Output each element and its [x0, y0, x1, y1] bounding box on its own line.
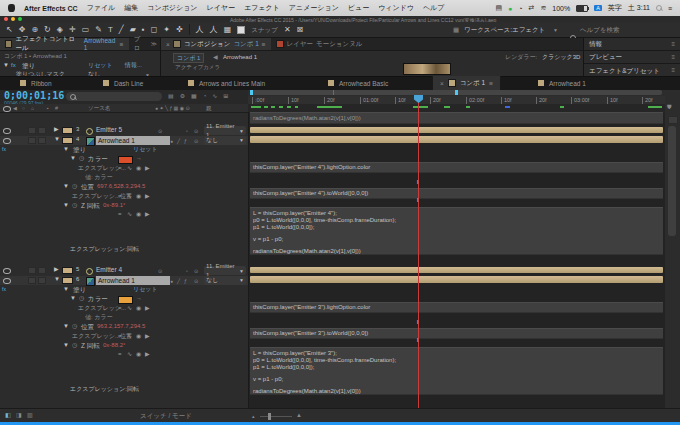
spotlight-icon[interactable]: [656, 5, 662, 11]
status-green-icon[interactable]: ●: [508, 5, 512, 12]
renderer-value[interactable]: クラシック3D: [542, 54, 580, 61]
label-color-swatch[interactable]: [62, 137, 73, 144]
table-row-selected[interactable]: ▼ 6 Arrowhead 1 ● ╱ ƒ ⊙ なし▼: [0, 276, 248, 285]
collapse-icon[interactable]: ▼: [54, 136, 60, 143]
table-row-selected[interactable]: ▼ 4 Arrowhead 1 ● ╱ ƒ ⊙ なし▼: [0, 136, 248, 145]
stopwatch-icon[interactable]: ◷: [72, 202, 77, 209]
switch-icon[interactable]: ●: [170, 138, 173, 144]
snap-option-icon[interactable]: ✕: [284, 23, 291, 37]
keyframe-ibeam[interactable]: I: [414, 197, 421, 203]
input-method-badge[interactable]: A: [594, 5, 602, 11]
expression-menu-icon[interactable]: ▶: [145, 333, 150, 340]
expression-row-position[interactable]: エクスプレッシ...位置 = ∿ ◉ ▶: [0, 193, 248, 202]
stopwatch-icon[interactable]: ◷: [72, 323, 77, 330]
puppet-figure-icon[interactable]: 人: [196, 23, 204, 37]
layer-duration-bar[interactable]: [250, 276, 663, 283]
layer-duration-bar[interactable]: [250, 127, 663, 134]
switch-icon[interactable]: ⊙: [194, 138, 198, 144]
tab-project[interactable]: プロ: [129, 38, 151, 50]
layer-duration-bar[interactable]: [250, 136, 663, 143]
expression-menu-icon[interactable]: ▶: [145, 165, 150, 172]
roto-brush-tool[interactable]: ✦: [163, 23, 170, 37]
table-row-light[interactable]: ▶ 5 Emitter 4 ⊙ ▫ ⊙ 11. Emitter 1▼: [0, 266, 248, 275]
pick-whip-icon[interactable]: ◉: [136, 193, 141, 200]
effect-row[interactable]: fx ▼ 塗り リセット: [0, 286, 248, 295]
switches-modes-toggle[interactable]: スイッチ / モード: [140, 412, 192, 420]
expand-icon[interactable]: ▼: [63, 323, 69, 330]
panel-info[interactable]: 情報 ≡: [584, 38, 680, 51]
layer-name[interactable]: Emitter 5: [96, 126, 122, 134]
switch-cell[interactable]: [38, 137, 46, 144]
pen-tool[interactable]: ✎: [95, 23, 102, 37]
expression-enable-icon[interactable]: =: [118, 211, 122, 218]
expression-row-color[interactable]: エクスプレッシ... = ∿ ◉ ▶: [0, 305, 248, 314]
viewer-lock-icon[interactable]: ◀: [213, 54, 218, 61]
position-value[interactable]: 963.2,157.7,294.5: [97, 323, 145, 330]
effect-reset-link[interactable]: リセット: [88, 62, 113, 69]
snap-checkbox[interactable]: [237, 26, 245, 34]
fx-badge[interactable]: fx: [2, 286, 6, 292]
expression-graph-icon[interactable]: ∿: [127, 211, 132, 218]
layer-duration-bar[interactable]: [250, 267, 663, 274]
pick-whip-icon[interactable]: ◉: [136, 305, 141, 312]
keyframe-ibeam[interactable]: I: [414, 319, 421, 325]
expression-menu-icon[interactable]: ▶: [145, 211, 150, 218]
zoom-window-button[interactable]: [18, 17, 22, 21]
property-row-position[interactable]: ▼ ◷ 位置 697.6,528.3,294.5: [0, 183, 248, 192]
layer-name-selected[interactable]: Arrowhead 1: [96, 136, 170, 145]
expression-row-rotation[interactable]: = ∿ ◉ ▶: [0, 351, 248, 360]
expression-row-rotation[interactable]: = ∿ ◉ ▶: [0, 211, 248, 220]
expression-field-rotation[interactable]: L = thisComp.layer("Emitter 4"); p0 = L.…: [250, 207, 663, 255]
menu-help[interactable]: ヘルプ: [423, 3, 445, 13]
panel-menu-icon[interactable]: ≡: [671, 67, 675, 74]
tab-ribbon[interactable]: Ribbon: [12, 76, 59, 90]
expand-transfer-controls-icon[interactable]: ◨: [16, 412, 22, 419]
status-keyboard-icon[interactable]: ⇄: [529, 4, 535, 12]
expand-icon[interactable]: ▼: [63, 286, 69, 293]
table-row-light[interactable]: ▶ 3 Emitter 5 ⊙ ▫ ⊙ 11. Emitter 1▼: [0, 126, 248, 135]
status-misc-icon[interactable]: ▤: [495, 4, 502, 12]
zoom-out-mountain-icon[interactable]: ▴: [252, 413, 255, 419]
switch-cell[interactable]: [28, 267, 36, 274]
timeline-vertical-scrollbar[interactable]: [668, 126, 676, 236]
expression-graph-icon[interactable]: ∿: [127, 333, 132, 340]
menu-layer[interactable]: レイヤー: [207, 3, 236, 13]
switch-icon[interactable]: ╱: [177, 278, 180, 284]
parent-dropdown[interactable]: 11. Emitter 1▼: [204, 266, 246, 275]
comp-marker-icon[interactable]: ⛊: [667, 104, 672, 111]
expand-icon[interactable]: ▼: [63, 146, 69, 153]
snap-option-icon-2[interactable]: ⊠: [297, 23, 304, 37]
expression-row-position[interactable]: エクスプレッシ...位置 = ∿ ◉ ▶: [0, 333, 248, 342]
parent-dropdown[interactable]: 11. Emitter 1▼: [204, 126, 246, 135]
pick-whip-icon[interactable]: ◉: [136, 211, 141, 218]
color-swatch[interactable]: [118, 156, 133, 164]
menu-animation[interactable]: アニメーション: [289, 3, 339, 13]
source-name-column-header[interactable]: ソース名: [88, 105, 110, 111]
effect-name[interactable]: 塗り: [73, 146, 86, 154]
expand-icon[interactable]: ▼: [63, 342, 69, 349]
expression-enable-icon[interactable]: =: [118, 305, 122, 312]
color-swatch[interactable]: [118, 296, 133, 304]
expression-field-color[interactable]: thisComp.layer("Emitter 3").lightOption.…: [250, 302, 663, 313]
navigator-start-handle[interactable]: [250, 90, 253, 95]
expression-enable-icon[interactable]: =: [118, 165, 122, 172]
switch-cell[interactable]: [28, 127, 36, 134]
keyframe-ibeam[interactable]: I: [414, 179, 421, 185]
help-search-input[interactable]: ヘルプを検索: [580, 26, 620, 34]
tab-arrows-and-lines-main[interactable]: Arrows and Lines Main: [180, 76, 272, 90]
current-time-indicator-line[interactable]: [418, 96, 419, 408]
app-menu[interactable]: After Effects CC: [24, 5, 78, 12]
rotation-value[interactable]: 0x-89.1°: [103, 202, 125, 209]
minimize-window-button[interactable]: [11, 17, 15, 21]
pick-whip-icon[interactable]: ◉: [136, 165, 141, 172]
tab-dash-line[interactable]: Dash Line: [95, 76, 150, 90]
close-window-button[interactable]: [4, 17, 8, 21]
visibility-eye-icon[interactable]: [3, 268, 11, 274]
switch-cell[interactable]: [38, 267, 46, 274]
shape-tool[interactable]: ▭: [82, 23, 90, 37]
expression-menu-icon[interactable]: ▶: [145, 193, 150, 200]
effect-name[interactable]: 塗り: [22, 62, 35, 70]
input-method-label[interactable]: 英字: [608, 3, 622, 13]
parent-dropdown[interactable]: なし▼: [204, 276, 246, 285]
menu-view[interactable]: ビュー: [348, 3, 369, 13]
